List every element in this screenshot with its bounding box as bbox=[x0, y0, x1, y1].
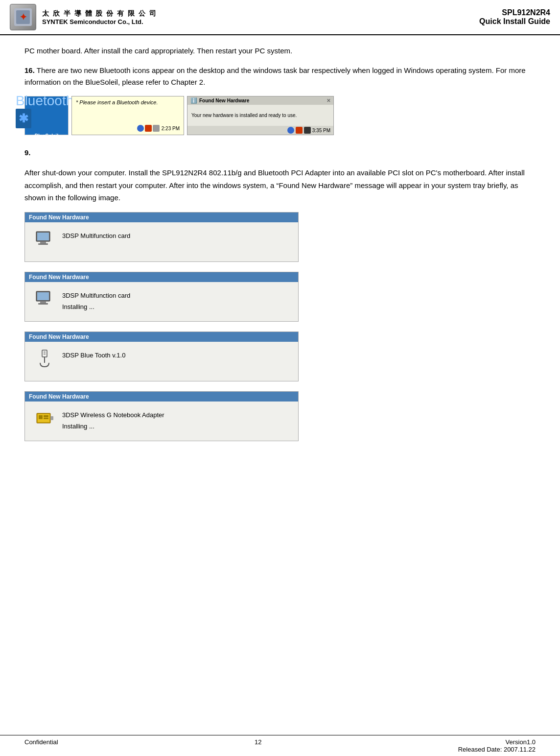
tray-icon-1 bbox=[287, 127, 294, 134]
hw-device-name-3: 3DSP Blue Tooth v.1.0 bbox=[62, 350, 125, 359]
hw-window-2-title: Found New Hardware bbox=[29, 274, 89, 281]
bt-icon-2 bbox=[145, 125, 152, 132]
found-hw-body: Your new hardware is installed and ready… bbox=[187, 105, 333, 126]
close-icon[interactable]: ✕ bbox=[327, 98, 330, 103]
product-info: SPL912N2R4 Quick Install Guide bbox=[479, 8, 550, 26]
footer-left: Confidential bbox=[24, 738, 58, 753]
section9-num: 9. bbox=[24, 148, 31, 157]
hw-window-1-titlebar: Found New Hardware bbox=[25, 213, 298, 222]
hw-window-3-title: Found New Hardware bbox=[29, 333, 89, 340]
tooltip-taskbar: 2:23 PM bbox=[76, 125, 180, 132]
tray-icon-3 bbox=[304, 127, 311, 134]
bluetooth-symbol: Bluetooth; ✱ bbox=[16, 93, 77, 132]
found-hw-icon: ℹ️ bbox=[190, 97, 197, 104]
hw-window-2-right: 3DSP Multifunction card Installing ... bbox=[62, 290, 130, 310]
company-text: 太 欣 半 導 體 股 份 有 限 公 司 SYNTEK Semiconduct… bbox=[42, 9, 157, 25]
found-hw-notification: ℹ️ Found New Hardware ✕ Your new hardwar… bbox=[187, 96, 334, 135]
svg-text:✦: ✦ bbox=[20, 12, 27, 22]
page-header: ✦ 太 欣 半 導 體 股 份 有 限 公 司 SYNTEK Semicondu… bbox=[0, 0, 560, 35]
bt-icon-3 bbox=[153, 125, 160, 132]
section9: 9. After shut-down your computer. Instal… bbox=[24, 147, 536, 441]
company-info: ✦ 太 欣 半 導 體 股 份 有 限 公 司 SYNTEK Semicondu… bbox=[10, 4, 157, 30]
hw-window-3-titlebar: Found New Hardware bbox=[25, 332, 298, 342]
svg-rect-12 bbox=[38, 303, 48, 305]
tray-icon-2 bbox=[296, 127, 303, 134]
intro-paragraph: PC mother board. After install the card … bbox=[24, 45, 536, 57]
hw-window-4-body: 3DSP Wireless G Notebook Adapter Install… bbox=[25, 402, 298, 441]
svg-rect-8 bbox=[38, 243, 48, 245]
svg-rect-22 bbox=[50, 416, 53, 420]
svg-rect-11 bbox=[40, 301, 46, 303]
found-hw-message: Your new hardware is installed and ready… bbox=[191, 113, 297, 118]
hw-window-2: Found New Hardware 3DSP Multifunction ca… bbox=[24, 272, 299, 322]
svg-rect-16 bbox=[44, 354, 46, 354]
hw-device-icon-4 bbox=[35, 409, 54, 427]
section16-text: There are two new Bluetooth icons appear… bbox=[24, 66, 526, 86]
bt-icon-1 bbox=[137, 125, 144, 132]
svg-rect-10 bbox=[37, 292, 49, 300]
hw-windows-container: Found New Hardware 3DSP Multifunction ca… bbox=[24, 212, 536, 441]
bluesoleil-icon-box: Bluetooth; ✱ BlueSoleil bbox=[24, 96, 69, 135]
hw-installing-4: Installing ... bbox=[62, 423, 164, 430]
footer-page-num: 12 bbox=[255, 738, 261, 753]
svg-rect-7 bbox=[40, 241, 46, 243]
found-hw-titlebar: ℹ️ Found New Hardware ✕ bbox=[187, 96, 333, 105]
footer-date: Released Date: 2007.11.22 bbox=[458, 746, 536, 753]
svg-rect-19 bbox=[39, 415, 43, 419]
hw-installing-2: Installing ... bbox=[62, 303, 130, 310]
svg-text:✱: ✱ bbox=[19, 112, 28, 125]
hw-window-2-body: 3DSP Multifunction card Installing ... bbox=[25, 282, 298, 321]
tooltip-time: 2:23 PM bbox=[162, 126, 180, 131]
hw-window-1-body: 3DSP Multifunction card bbox=[25, 222, 298, 261]
svg-rect-20 bbox=[44, 415, 48, 417]
product-name: SPL912N2R4 bbox=[479, 8, 550, 17]
section9-text: After shut-down your computer. Install t… bbox=[24, 166, 536, 204]
hw-window-2-titlebar: Found New Hardware bbox=[25, 272, 298, 282]
company-logo: ✦ bbox=[10, 4, 36, 30]
company-name-zh: 太 欣 半 導 體 股 份 有 限 公 司 bbox=[42, 9, 157, 18]
screenshot-area: Bluetooth; ✱ BlueSoleil * Please insert … bbox=[24, 96, 338, 135]
footer-right: Version1.0 Released Date: 2007.11.22 bbox=[458, 738, 536, 753]
section16: 16. There are two new Bluetooth icons ap… bbox=[24, 65, 536, 88]
company-name-en: SYNTEK Semiconductor Co., Ltd. bbox=[42, 18, 157, 25]
hw-window-1: Found New Hardware 3DSP Multifunction ca… bbox=[24, 212, 299, 262]
hw-device-name-2: 3DSP Multifunction card bbox=[62, 290, 130, 299]
found-hw-taskbar: 3:35 PM bbox=[187, 126, 333, 135]
hw-window-4-title: Found New Hardware bbox=[29, 393, 89, 400]
section9-num-line: 9. bbox=[24, 147, 536, 159]
hw-device-name-4: 3DSP Wireless G Notebook Adapter bbox=[62, 409, 164, 419]
footer-version: Version1.0 bbox=[458, 738, 536, 746]
bluesoleil-label: BlueSoleil bbox=[35, 133, 58, 139]
hw-window-4-right: 3DSP Wireless G Notebook Adapter Install… bbox=[62, 409, 164, 430]
guide-title: Quick Install Guide bbox=[479, 17, 550, 26]
tooltip-text: * Please insert a Bluetooth device. bbox=[76, 99, 180, 105]
hw-device-icon-3 bbox=[35, 350, 54, 367]
svg-rect-15 bbox=[44, 352, 46, 353]
main-content: PC mother board. After install the card … bbox=[0, 35, 560, 480]
hw-device-name-1: 3DSP Multifunction card bbox=[62, 230, 130, 239]
found-hw-title: Found New Hardware bbox=[199, 98, 249, 103]
svg-rect-21 bbox=[44, 418, 48, 419]
tooltip-balloon: * Please insert a Bluetooth device. 2:23… bbox=[71, 96, 184, 135]
hw-device-icon-1 bbox=[35, 230, 54, 248]
hw-window-3: Found New Hardware 3DSP Blue Tooth bbox=[24, 331, 299, 381]
taskbar-icons-1 bbox=[137, 125, 160, 132]
hw-window-3-body: 3DSP Blue Tooth v.1.0 bbox=[25, 342, 298, 381]
hw-window-4: Found New Hardware bbox=[24, 391, 299, 441]
svg-rect-6 bbox=[37, 233, 49, 240]
hw-window-1-title: Found New Hardware bbox=[29, 214, 89, 221]
page-footer: Confidential 12 Version1.0 Released Date… bbox=[0, 735, 560, 756]
section16-num: 16. bbox=[24, 66, 35, 74]
hw-window-4-titlebar: Found New Hardware bbox=[25, 392, 298, 402]
hw-device-icon-2 bbox=[35, 290, 54, 307]
found-hw-time: 3:35 PM bbox=[312, 128, 330, 133]
intro-text: PC mother board. After install the card … bbox=[24, 47, 292, 55]
